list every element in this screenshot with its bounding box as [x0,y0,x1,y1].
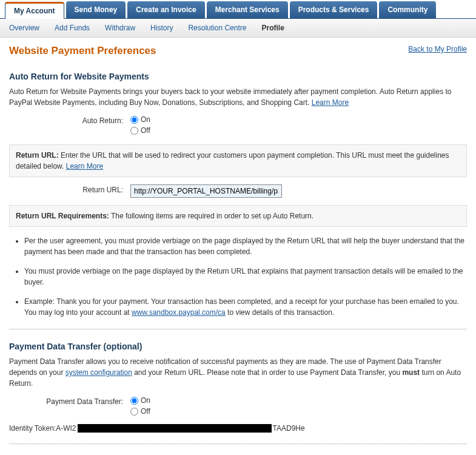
return-url-input[interactable] [130,184,282,198]
subnav-withdraw[interactable]: Withdraw [105,24,135,32]
pdt-heading: Payment Data Transfer (optional) [9,342,467,351]
requirement-item-2: You must provide verbiage on the page di… [24,266,467,288]
return-url-requirements-box: Return URL Requirements: The following i… [9,205,467,227]
subnav-add-funds[interactable]: Add Funds [55,24,90,32]
subnav-history[interactable]: History [150,24,173,32]
identity-token-redacted [78,424,272,433]
return-url-learn-more-link[interactable]: Learn More [66,162,103,170]
pdt-on-radio[interactable] [130,397,138,405]
subnav-resolution-centre[interactable]: Resolution Centre [188,24,246,32]
subnav-overview[interactable]: Overview [9,24,39,32]
auto-return-label: Auto Return: [9,115,130,125]
pdt-off-label: Off [141,407,150,416]
divider-bottom [9,443,467,444]
requirements-label: Return URL Requirements: [16,212,109,220]
return-url-label: Return URL: [9,184,130,194]
return-url-info-box: Return URL: Enter the URL that will be u… [9,144,467,177]
subnav-profile[interactable]: Profile [261,24,284,32]
pdt-label: Payment Data Transfer: [9,396,130,406]
tab-my-account[interactable]: My Account [5,2,64,19]
system-configuration-link[interactable]: system configuration [65,368,132,377]
auto-return-off-radio[interactable] [130,127,138,135]
tab-community[interactable]: Community [379,1,436,18]
pdt-radio-group: Payment Data Transfer: On Off [9,396,467,418]
requirement-item-1: Per the user agreement, you must provide… [24,235,467,257]
auto-return-on-radio[interactable] [130,116,138,124]
pdt-desc-b: and your Return URL. Please note that in… [132,368,403,377]
tab-create-invoice[interactable]: Create an Invoice [127,1,204,18]
page-title: Website Payment Preferences [9,45,467,57]
back-to-profile-link[interactable]: Back to My Profile [408,45,467,53]
requirement-3-text-b: to view details of this transaction. [226,308,334,317]
pdt-off-radio[interactable] [130,408,138,416]
return-url-info-label: Return URL: [16,151,59,160]
tab-send-money[interactable]: Send Money [66,1,126,18]
auto-return-desc-text: Auto Return for Website Payments brings … [9,87,451,107]
identity-token-label: Identity Token: [9,424,56,433]
tab-products-services[interactable]: Products & Services [290,1,378,18]
divider [9,329,467,329]
identity-token-suffix: TAAD9He [273,424,305,433]
auto-return-on-label: On [141,115,150,124]
auto-return-radio-group: Auto Return: On Off [9,115,467,137]
pdt-on-label: On [141,396,150,405]
auto-return-off-label: Off [141,126,150,135]
auto-return-learn-more-link[interactable]: Learn More [312,98,349,107]
pdt-description: Payment Data Transfer allows you to rece… [9,356,467,389]
primary-tabs: My Account Send Money Create an Invoice … [0,1,476,19]
identity-token-prefix: A-WI2 [56,424,76,433]
content-area: Back to My Profile Website Payment Prefe… [0,38,476,455]
tab-merchant-services[interactable]: Merchant Services [207,1,288,18]
auto-return-description: Auto Return for Website Payments brings … [9,86,467,108]
sub-nav: Overview Add Funds Withdraw History Reso… [0,19,476,38]
sandbox-link[interactable]: www.sandbox.paypal.com/ca [132,308,226,317]
auto-return-heading: Auto Return for Website Payments [9,72,467,81]
identity-token-row: Identity Token:A-WI2TAAD9He [9,424,467,433]
requirements-text: The following items are required in orde… [109,212,313,220]
requirements-list: Per the user agreement, you must provide… [24,235,467,318]
requirement-item-3: Example: Thank you for your payment. You… [24,296,467,318]
return-url-row: Return URL: [9,184,467,198]
pdt-desc-bold: must [402,368,420,377]
